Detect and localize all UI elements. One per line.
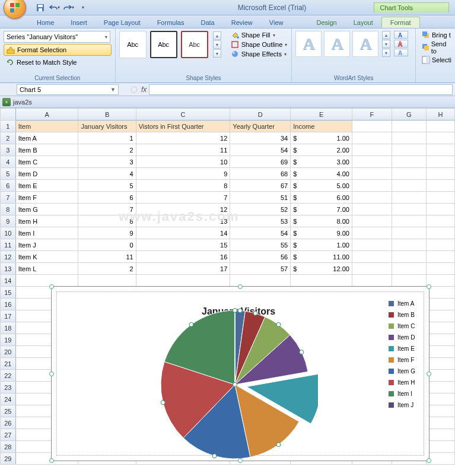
tab-data[interactable]: Data [192,17,222,28]
row-header[interactable]: 10 [1,227,16,239]
cell[interactable]: 12 [136,132,230,144]
cell[interactable]: Item D [15,168,78,180]
row-header[interactable]: 24 [1,394,16,405]
legend-item[interactable]: Item I [389,391,415,397]
row-header[interactable]: 5 [1,168,16,180]
resize-handle[interactable] [427,372,431,376]
cell[interactable]: 0 [78,239,136,251]
cell[interactable]: Item E [15,180,78,192]
row-header[interactable]: 2 [1,132,16,144]
shape-effects-button[interactable]: Shape Effects▾ [231,50,288,58]
cell[interactable]: 53 [230,215,291,227]
cell[interactable]: $12.00 [291,263,352,275]
cell[interactable]: $1.00 [291,239,352,251]
cell[interactable]: 11 [78,251,136,263]
cell[interactable]: 57 [230,263,291,275]
cell[interactable] [426,299,454,310]
tab-format[interactable]: Format [381,17,420,28]
row-header[interactable]: 20 [1,346,16,358]
row-header[interactable]: 15 [1,287,16,299]
legend-item[interactable]: Item J [389,402,415,408]
row-header[interactable]: 22 [1,370,16,382]
cell[interactable]: 12 [136,204,230,215]
cell[interactable]: $1.00 [291,132,352,144]
cell[interactable]: 2 [78,263,136,275]
cell[interactable]: 68 [230,168,291,180]
row-header[interactable]: 1 [1,120,16,132]
cell[interactable]: 17 [136,263,230,275]
cell[interactable]: Item H [15,215,78,227]
resize-handle[interactable] [427,284,431,289]
cell[interactable]: $2.00 [291,144,352,156]
cell[interactable] [426,334,454,346]
wordart-gallery-scroll[interactable]: ▴▾▾ [382,31,390,57]
tab-design[interactable]: Design [308,17,345,28]
row-header[interactable]: 13 [1,263,16,275]
cell[interactable] [136,275,230,287]
cell[interactable]: 15 [136,239,230,251]
series-point-handle[interactable] [189,322,193,326]
row-header[interactable]: 9 [1,215,16,227]
chart-legend[interactable]: Item AItem BItem CItem DItem EItem FItem… [389,300,415,408]
row-header[interactable]: 17 [1,310,16,322]
series-point-handle[interactable] [238,309,242,313]
cell[interactable]: Item F [15,192,78,204]
selection-pane-button[interactable]: Selecti [422,56,451,64]
cell[interactable]: 10 [136,156,230,168]
cell[interactable]: Item J [15,239,78,251]
cell[interactable]: 14 [136,227,230,239]
pie-chart[interactable] [152,296,318,462]
row-header[interactable]: 18 [1,322,16,334]
row-header[interactable]: 27 [1,429,16,441]
row-header[interactable]: 7 [1,192,16,204]
gallery-scroll[interactable]: ▴▾▾ [213,31,221,58]
cell[interactable]: Income [291,120,352,132]
save-icon[interactable] [34,2,46,14]
cell[interactable]: 7 [78,204,136,215]
legend-item[interactable]: Item E [389,345,415,352]
cell[interactable]: 13 [136,215,230,227]
tab-insert[interactable]: Insert [62,17,96,28]
series-center-handle[interactable] [233,383,237,387]
cell[interactable] [426,394,454,405]
series-point-handle[interactable] [233,309,237,313]
column-header[interactable]: E [291,109,352,120]
series-point-handle[interactable] [276,322,281,326]
cell[interactable]: 9 [78,227,136,239]
shape-style-1[interactable]: Abc [119,31,147,58]
column-header[interactable]: G [392,109,426,120]
cell[interactable] [15,275,78,287]
fx-icon[interactable]: fx [141,85,147,94]
cancel-icon[interactable] [131,86,138,93]
cell[interactable]: Item L [15,263,78,275]
resize-handle[interactable] [49,372,54,376]
chart-element-selector[interactable]: Series "January Visitors" ▾ [4,31,110,43]
shape-outline-button[interactable]: Shape Outline▾ [231,40,288,49]
column-header[interactable]: A [15,109,78,120]
cell[interactable]: 54 [230,227,291,239]
undo-icon[interactable]: ▾ [49,2,61,14]
resize-handle[interactable] [49,284,54,289]
cell[interactable]: $7.00 [291,204,352,215]
cell[interactable]: $6.00 [291,192,352,204]
resize-handle[interactable] [49,458,54,463]
series-point-handle[interactable] [300,350,304,354]
qat-customize-icon[interactable]: ▾ [77,2,89,14]
shape-style-2[interactable]: Abc [150,31,177,58]
text-fill-button[interactable]: A [394,31,408,39]
cell[interactable] [426,429,454,441]
cell[interactable]: 16 [136,251,230,263]
tab-page-layout[interactable]: Page Layout [96,17,149,28]
cell[interactable]: 51 [230,192,291,204]
cell[interactable] [426,405,454,417]
tab-formulas[interactable]: Formulas [149,17,193,28]
cell[interactable]: Item A [15,132,78,144]
row-header[interactable]: 21 [1,358,16,370]
cell[interactable]: 3 [78,156,136,168]
formula-input[interactable] [149,84,453,95]
text-outline-button[interactable]: A [394,40,408,47]
row-header[interactable]: 8 [1,204,16,215]
cell[interactable]: 34 [230,132,291,144]
row-header[interactable]: 14 [1,275,16,287]
cell[interactable]: 56 [230,251,291,263]
